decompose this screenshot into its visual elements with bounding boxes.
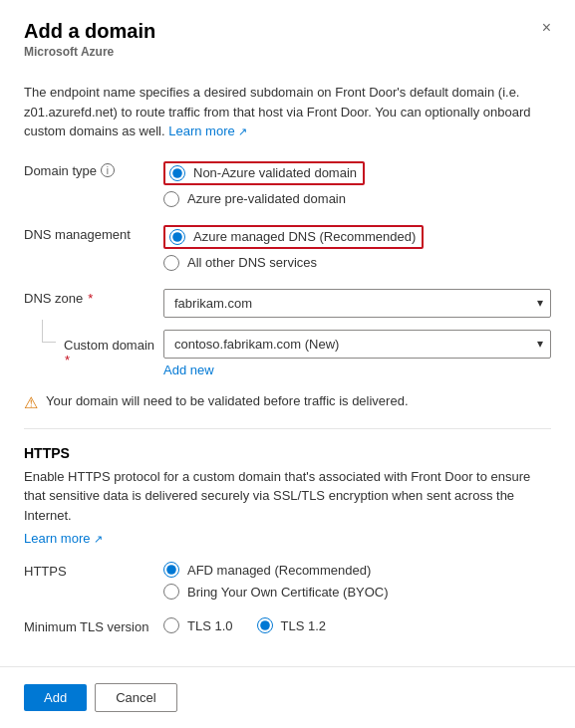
add-new-link[interactable]: Add new bbox=[163, 363, 551, 377]
custom-domain-select[interactable]: contoso.fabrikam.com (New) bbox=[163, 330, 551, 359]
https-option-1: AFD managed (Recommended) bbox=[163, 562, 551, 578]
domain-type-info-icon[interactable]: i bbox=[101, 163, 115, 177]
domain-type-option-2: Azure pre-validated domain bbox=[163, 191, 551, 207]
warning-box: ⚠ Your domain will need to be validated … bbox=[24, 393, 551, 412]
custom-domain-label: Custom domain * bbox=[64, 330, 163, 367]
dns-zone-row: DNS zone * fabrikam.com ▾ bbox=[24, 289, 551, 318]
domain-type-row: Domain type i Non-Azure validated domain… bbox=[24, 161, 551, 213]
custom-domain-select-wrapper: contoso.fabrikam.com (New) ▾ bbox=[163, 330, 551, 359]
warning-icon: ⚠ bbox=[24, 393, 38, 412]
custom-domain-row: Custom domain * contoso.fabrikam.com (Ne… bbox=[24, 330, 551, 377]
dns-management-option-2: All other DNS services bbox=[163, 255, 551, 271]
domain-type-radio-non-azure[interactable] bbox=[169, 165, 185, 181]
dialog-subtitle: Microsoft Azure bbox=[24, 45, 155, 59]
cancel-button[interactable]: Cancel bbox=[95, 683, 176, 712]
description-text: The endpoint name specifies a desired su… bbox=[24, 83, 551, 141]
https-title: HTTPS bbox=[24, 445, 551, 461]
https-learn-more-link[interactable]: Learn more bbox=[24, 531, 103, 546]
section-divider bbox=[24, 428, 551, 429]
tls-row: Minimum TLS version TLS 1.0 TLS 1.2 bbox=[24, 617, 551, 634]
domain-type-label: Domain type i bbox=[24, 161, 163, 178]
dns-zone-select-wrapper: fabrikam.com ▾ bbox=[163, 289, 551, 318]
https-radio-afd-managed[interactable] bbox=[163, 562, 179, 578]
https-options: AFD managed (Recommended) Bring Your Own… bbox=[163, 562, 551, 606]
tls-options: TLS 1.0 TLS 1.2 bbox=[163, 617, 551, 633]
dialog-footer: Add Cancel bbox=[0, 666, 575, 728]
dialog-body: The endpoint name specifies a desired su… bbox=[0, 67, 575, 666]
https-section: HTTPS Enable HTTPS protocol for a custom… bbox=[24, 445, 551, 547]
dns-zone-required-star: * bbox=[88, 291, 93, 306]
dns-management-option-1: Azure managed DNS (Recommended) bbox=[163, 225, 551, 249]
tls-option-2: TLS 1.2 bbox=[257, 617, 327, 633]
description-learn-more-link[interactable]: Learn more bbox=[168, 123, 247, 138]
close-button[interactable]: × bbox=[542, 20, 551, 36]
https-option-2: Bring Your Own Certificate (BYOC) bbox=[163, 584, 551, 600]
add-domain-dialog: Add a domain Microsoft Azure × The endpo… bbox=[0, 0, 575, 728]
tls-option-1: TLS 1.0 bbox=[163, 617, 233, 633]
https-row: HTTPS AFD managed (Recommended) Bring Yo… bbox=[24, 562, 551, 606]
domain-type-options: Non-Azure validated domain Azure pre-val… bbox=[163, 161, 551, 213]
tls-label: Minimum TLS version bbox=[24, 617, 163, 634]
https-label: HTTPS bbox=[24, 562, 163, 579]
dns-management-option-1-box: Azure managed DNS (Recommended) bbox=[163, 225, 424, 249]
dns-zone-select[interactable]: fabrikam.com bbox=[163, 289, 551, 318]
dialog-header: Add a domain Microsoft Azure × bbox=[0, 0, 575, 67]
dns-zone-options: fabrikam.com ▾ bbox=[163, 289, 551, 318]
dns-management-label: DNS management bbox=[24, 225, 163, 242]
tls-radio-1-2[interactable] bbox=[257, 617, 273, 633]
domain-type-radio-azure[interactable] bbox=[163, 191, 179, 207]
https-description: Enable HTTPS protocol for a custom domai… bbox=[24, 467, 551, 526]
dns-management-radio-other[interactable] bbox=[163, 255, 179, 271]
domain-type-option-1: Non-Azure validated domain bbox=[163, 161, 551, 185]
tls-radio-1-0[interactable] bbox=[163, 617, 179, 633]
add-button[interactable]: Add bbox=[24, 684, 87, 711]
custom-domain-required-star: * bbox=[65, 353, 70, 367]
https-radio-byoc[interactable] bbox=[163, 584, 179, 600]
dns-management-row: DNS management Azure managed DNS (Recomm… bbox=[24, 225, 551, 277]
custom-domain-field: contoso.fabrikam.com (New) ▾ Add new bbox=[163, 330, 551, 377]
dns-zone-label: DNS zone * bbox=[24, 289, 163, 306]
dns-management-radio-azure[interactable] bbox=[169, 229, 185, 245]
domain-type-option-1-box: Non-Azure validated domain bbox=[163, 161, 365, 185]
dialog-title: Add a domain bbox=[24, 20, 155, 43]
dns-management-options: Azure managed DNS (Recommended) All othe… bbox=[163, 225, 551, 277]
warning-text: Your domain will need to be validated be… bbox=[46, 393, 409, 408]
dialog-title-row: Add a domain Microsoft Azure × bbox=[24, 20, 551, 59]
